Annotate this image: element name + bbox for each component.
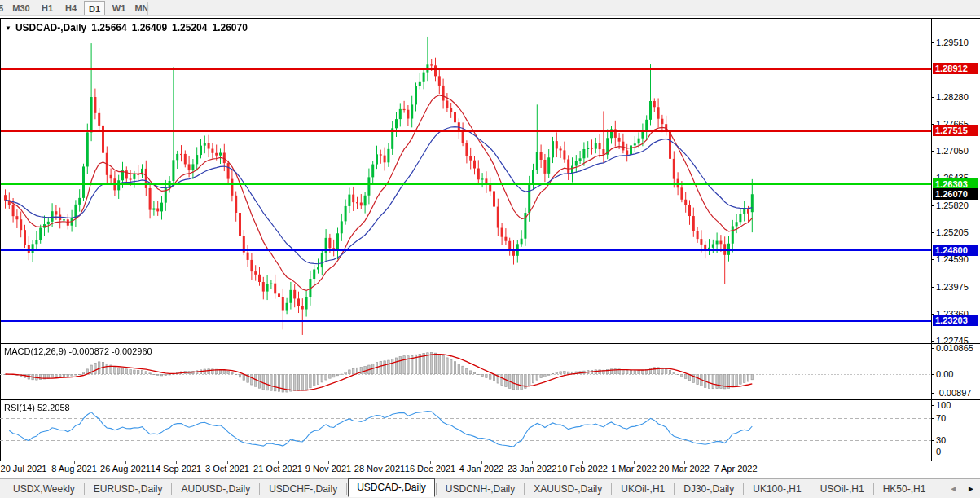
price-tick-label: 1.23975 xyxy=(936,282,969,292)
price-tick-label: 1.25820 xyxy=(936,201,969,210)
rsi-axis-label: 70 xyxy=(936,413,946,423)
tab-separator xyxy=(611,483,612,495)
date-axis[interactable]: 20 Jul 20218 Aug 202126 Aug 202114 Sep 2… xyxy=(0,461,980,478)
tab-separator xyxy=(811,483,811,495)
toolbar-separator xyxy=(147,2,148,15)
chart-dropdown-icon[interactable]: ▼ xyxy=(5,24,11,32)
date-label: 8 Aug 2021 xyxy=(51,464,97,474)
tab-uk100-h1[interactable]: UK100-,H1 xyxy=(745,481,809,497)
rsi-axis-label: 0 xyxy=(936,447,941,456)
date-label: 21 Oct 2021 xyxy=(253,464,302,474)
tab-xauusd-daily[interactable]: XAUUSD-,Daily xyxy=(525,481,610,497)
level-line-resistance[interactable] xyxy=(1,68,931,70)
price-tick-label: 1.25205 xyxy=(936,227,969,237)
tab-usdchf-daily[interactable]: USDCHF-,Daily xyxy=(261,481,345,497)
rsi-axis-tick xyxy=(931,452,934,452)
level-line-support[interactable] xyxy=(1,320,931,322)
timeframe-button-h4[interactable]: H4 xyxy=(61,1,81,15)
price-tick-label: 1.27050 xyxy=(936,146,969,156)
ohlc-open: 1.25664 xyxy=(91,22,126,33)
tab-scroll-right-icon[interactable]: ► xyxy=(967,484,975,493)
price-badge: 1.26070 xyxy=(933,188,978,200)
rsi-axis-tick xyxy=(931,440,934,441)
chart-symbol-label: USDCAD-,Daily xyxy=(15,22,86,33)
tab-scroll-arrows: ◄ ► xyxy=(949,484,975,493)
terminal-window: 5 M30 H1 H4 D1 W1 MN ▼USDCAD-,Daily1.256… xyxy=(0,0,980,498)
level-line-pivot[interactable] xyxy=(1,183,931,185)
price-tick-label: 1.22745 xyxy=(936,336,969,346)
tab-separator xyxy=(674,483,675,495)
ohlc-close: 1.26070 xyxy=(212,22,247,33)
macd-axis-tick xyxy=(931,374,934,375)
tab-separator xyxy=(171,483,172,495)
chart-tab-bar: USDX,WeeklyEURUSD-,DailyAUDUSD-,DailyUSD… xyxy=(0,478,980,498)
price-badge: 1.23203 xyxy=(933,315,978,326)
date-label: 26 Aug 2021 xyxy=(100,464,151,474)
rsi-chart-surface[interactable] xyxy=(0,401,931,460)
price-badge: 1.24800 xyxy=(933,245,978,256)
ohlc-low: 1.25204 xyxy=(172,22,207,33)
tab-scroll-left-icon[interactable]: ◄ xyxy=(949,484,957,493)
rsi-label: RSI(14) 52.2058 xyxy=(4,403,70,412)
tab-eurusd-daily[interactable]: EURUSD-,Daily xyxy=(86,481,171,497)
timeframe-button-d1[interactable]: D1 xyxy=(84,1,105,15)
timeframe-button-m5[interactable]: 5 xyxy=(0,1,6,15)
tab-ukoil-h1[interactable]: UKOil-,H1 xyxy=(613,481,673,497)
ohlc-high: 1.26409 xyxy=(132,22,167,33)
level-line-support[interactable] xyxy=(1,249,931,251)
level-line-resistance[interactable] xyxy=(1,130,931,132)
price-tick-mark xyxy=(931,97,934,98)
tab-separator xyxy=(873,483,874,495)
timeframe-button-mn[interactable]: MN xyxy=(130,1,153,15)
price-badge: 1.27515 xyxy=(933,125,978,136)
tab-hk50-h1[interactable]: HK50-,H1 xyxy=(875,481,934,497)
price-tick-mark xyxy=(931,232,934,233)
rsi-axis-tick xyxy=(931,405,934,406)
date-label: 16 Dec 2021 xyxy=(405,464,455,474)
tab-separator xyxy=(259,483,260,495)
tab-separator xyxy=(436,483,437,495)
macd-axis-label: 0.00 xyxy=(936,369,953,379)
price-tick-label: 1.29510 xyxy=(936,37,969,47)
price-tick-mark xyxy=(931,287,934,288)
macd-axis-tick xyxy=(931,348,934,349)
rsi-panel-divider[interactable] xyxy=(0,399,980,400)
date-label: 9 Nov 2021 xyxy=(305,464,351,474)
date-label: 28 Nov 2021 xyxy=(354,464,405,474)
price-tick-mark xyxy=(931,205,934,206)
tab-usoil-h1[interactable]: USOil-,H1 xyxy=(812,481,872,497)
date-label: 20 Mar 2022 xyxy=(659,464,710,474)
rsi-axis-label: 100 xyxy=(936,400,951,410)
price-tick-mark xyxy=(931,42,934,43)
date-label: 3 Oct 2021 xyxy=(205,464,249,474)
tab-separator xyxy=(84,483,85,495)
macd-axis-tick xyxy=(931,393,934,394)
date-label: 4 Jan 2022 xyxy=(459,464,503,474)
date-label: 1 Mar 2022 xyxy=(611,464,657,474)
date-label: 7 Apr 2022 xyxy=(714,464,757,474)
macd-panel-divider[interactable] xyxy=(0,343,980,344)
date-label: 14 Sep 2021 xyxy=(151,464,201,474)
chart-tabs: USDX,WeeklyEURUSD-,DailyAUDUSD-,DailyUSD… xyxy=(5,479,934,498)
rsi-axis-tick xyxy=(931,418,934,419)
date-label: 23 Jan 2022 xyxy=(508,464,557,474)
macd-axis-label: -0.00897 xyxy=(936,388,971,398)
date-label: 20 Jul 2021 xyxy=(1,464,47,474)
rsi-axis-label: 30 xyxy=(936,435,946,445)
price-chart-surface[interactable] xyxy=(0,18,931,343)
price-axis-border xyxy=(931,18,932,461)
tab-separator xyxy=(743,483,744,495)
chart-title: ▼USDCAD-,Daily1.256641.264091.252041.260… xyxy=(5,22,248,33)
date-label: 10 Feb 2022 xyxy=(557,464,608,474)
macd-label: MACD(12,26,9) -0.000872 -0.002960 xyxy=(4,346,152,356)
tab-separator xyxy=(524,483,525,495)
tab-dj30-daily[interactable]: DJ30-,Daily xyxy=(675,481,742,497)
tab-usdcad-daily[interactable]: USDCAD-,Daily xyxy=(348,478,435,497)
timeframe-button-w1[interactable]: W1 xyxy=(108,1,130,15)
timeframe-button-h1[interactable]: H1 xyxy=(37,1,57,15)
timeframe-button-m30[interactable]: M30 xyxy=(9,1,33,15)
tab-audusd-daily[interactable]: AUDUSD-,Daily xyxy=(173,481,258,497)
tab-usdcnh-daily[interactable]: USDCNH-,Daily xyxy=(437,481,523,497)
tab-separator xyxy=(346,483,347,495)
tab-usdx-weekly[interactable]: USDX,Weekly xyxy=(5,481,83,497)
